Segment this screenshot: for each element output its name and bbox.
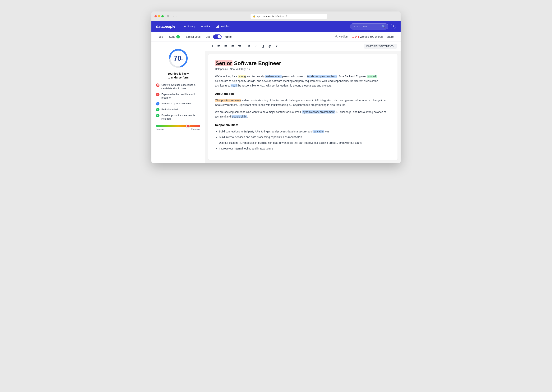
- score-circle-wrapper: 70 +: [156, 48, 200, 69]
- svg-point-11: [225, 46, 225, 47]
- highlight-youll: You'll: [231, 84, 238, 87]
- back-button[interactable]: ‹: [172, 14, 174, 18]
- maximize-button[interactable]: [161, 15, 164, 17]
- tab-sync-label: Sync: [169, 35, 175, 38]
- editor-body[interactable]: We're looking for a young and technicall…: [215, 74, 391, 151]
- resp-item-2: Build internal services and data process…: [219, 135, 391, 140]
- nav-item-library[interactable]: ≡ Library: [182, 23, 198, 29]
- nav-label-insights: Insights: [220, 25, 230, 28]
- indent-button[interactable]: [237, 43, 243, 49]
- nav-item-insights[interactable]: Insights: [213, 23, 232, 29]
- draft-label: Draft: [205, 35, 211, 38]
- highlight-seeking: seeking: [225, 111, 234, 113]
- ordered-list-button[interactable]: [230, 43, 236, 49]
- bold-button[interactable]: B: [246, 43, 252, 49]
- word-count-value: 1,144: [352, 35, 359, 38]
- unordered-list-button[interactable]: [223, 43, 229, 49]
- clear-format-button[interactable]: T: [274, 43, 280, 49]
- app-logo[interactable]: datapeople: [156, 24, 175, 29]
- italic-button[interactable]: I: [253, 43, 259, 49]
- search-icon: 🔍: [382, 25, 385, 28]
- draft-toggle-group: Draft Public: [205, 35, 232, 39]
- main-content: 70 + Your job is likely to underperform …: [152, 42, 400, 163]
- nav-items: ≡ Library + Write Insights: [182, 23, 350, 29]
- help-button[interactable]: ?: [391, 24, 396, 29]
- check-green-icon-2: ✓: [156, 114, 160, 117]
- svg-point-9: [225, 45, 225, 46]
- tab-job[interactable]: Job: [156, 34, 166, 40]
- check-red-icon-2: ✕: [156, 93, 160, 96]
- sidebar-toggle-icon[interactable]: ⊞: [166, 14, 170, 18]
- svg-point-3: [336, 35, 337, 37]
- role-paragraph: This position requires a deep understand…: [215, 98, 391, 107]
- svg-rect-0: [216, 27, 217, 28]
- highlight-dynamic: dynamic work environment: [302, 111, 335, 113]
- svg-rect-21: [238, 47, 241, 47]
- job-title: Senior Software Engineer: [215, 60, 391, 66]
- checklist-item-report: ✕ Explain who the candidate will report …: [156, 93, 200, 99]
- highlight-young: young: [238, 75, 246, 78]
- audience-label: Medium: [339, 35, 349, 38]
- resp-item-1: Build connections to 3rd party APIs to i…: [219, 129, 391, 134]
- sync-badge: $: [176, 35, 180, 38]
- share-label: Share: [386, 35, 393, 38]
- resp-item-4: Improve our internal tooling and infrast…: [219, 147, 391, 151]
- browser-chrome: ⊞ ‹ › 🔒 app.datapeople.io/editor ↻: [152, 12, 400, 21]
- check-blue-icon: ℹ: [156, 102, 160, 105]
- slider-track[interactable]: [156, 125, 200, 127]
- search-box[interactable]: 🔍: [350, 23, 388, 29]
- tab-sync[interactable]: Sync $: [167, 34, 182, 40]
- svg-rect-15: [232, 45, 234, 46]
- audience-icon: [335, 35, 338, 38]
- close-button[interactable]: [154, 15, 157, 17]
- about-role-heading: About the role:: [215, 91, 391, 96]
- secondary-navbar: Job Sync $ Similar Jobs Draft Public: [152, 32, 400, 42]
- intro-paragraph: We're looking for a young and technicall…: [215, 74, 391, 88]
- search-input[interactable]: [353, 25, 380, 28]
- checklist-text-perks: Perks included: [161, 108, 178, 111]
- nav-label-write: Write: [204, 25, 210, 28]
- link-button[interactable]: [267, 43, 273, 49]
- checklist-text-you: Add more "you" statements: [161, 102, 191, 105]
- responsibilities-heading: Responsibilities:: [215, 123, 391, 127]
- align-left-button[interactable]: [216, 43, 222, 49]
- traffic-lights: [154, 15, 164, 17]
- svg-rect-19: [238, 45, 241, 46]
- checklist-text-equal-opportunity: Equal opportunity statement is included: [161, 114, 200, 121]
- tab-similar-jobs[interactable]: Similar Jobs: [183, 34, 203, 40]
- score-panel: 70 + Your job is likely to underperform …: [152, 42, 205, 163]
- highlight-youwill: you will: [367, 75, 377, 78]
- word-limit: 600 Words: [370, 35, 383, 38]
- slider-thumb[interactable]: [186, 124, 189, 128]
- highlight-wellrounded: well-rounded: [265, 75, 281, 78]
- browser-navigation: ‹ ›: [172, 14, 178, 18]
- share-button[interactable]: Share +: [386, 35, 396, 38]
- checklist: ✕ Clarify how much experience a candidat…: [156, 83, 200, 121]
- underline-button[interactable]: U: [260, 43, 266, 49]
- highlight-tackle: tackle complex problems: [307, 75, 337, 78]
- highlight-responsible: responsible for co...: [242, 84, 265, 87]
- browser-window: ⊞ ‹ › 🔒 app.datapeople.io/editor ↻ datap…: [152, 12, 400, 163]
- diversity-statement-button[interactable]: DIVERSITY STATEMENT ▾: [364, 44, 397, 49]
- checklist-text-report: Explain who the candidate will report to: [161, 93, 200, 99]
- svg-point-13: [225, 47, 225, 48]
- menu-icon: ≡: [184, 25, 186, 28]
- secondary-nav-left: Job Sync $ Similar Jobs Draft Public: [156, 34, 232, 40]
- toolbar-divider: [244, 44, 244, 49]
- highlight-scalable: scalable: [313, 130, 324, 133]
- word-count-separator: Words /: [360, 35, 370, 38]
- svg-rect-6: [218, 45, 220, 46]
- reload-button[interactable]: ↻: [286, 15, 289, 18]
- minimize-button[interactable]: [158, 15, 160, 17]
- plus-icon: +: [201, 25, 203, 28]
- tab-job-label: Job: [159, 35, 163, 38]
- forward-button[interactable]: ›: [175, 14, 178, 18]
- heading-button[interactable]: H-: [209, 43, 215, 49]
- address-bar[interactable]: 🔒 app.datapeople.io/editor ↻: [251, 14, 327, 19]
- svg-rect-8: [218, 47, 220, 47]
- nav-item-write[interactable]: + Write: [199, 23, 213, 29]
- public-toggle[interactable]: [213, 35, 222, 39]
- company-location-line: Datapeople - New York City, NY: [215, 68, 391, 70]
- app-navbar: datapeople ≡ Library + Write Insights: [152, 21, 400, 32]
- editor-content[interactable]: Senior Software Engineer Datapeople - Ne…: [208, 54, 398, 160]
